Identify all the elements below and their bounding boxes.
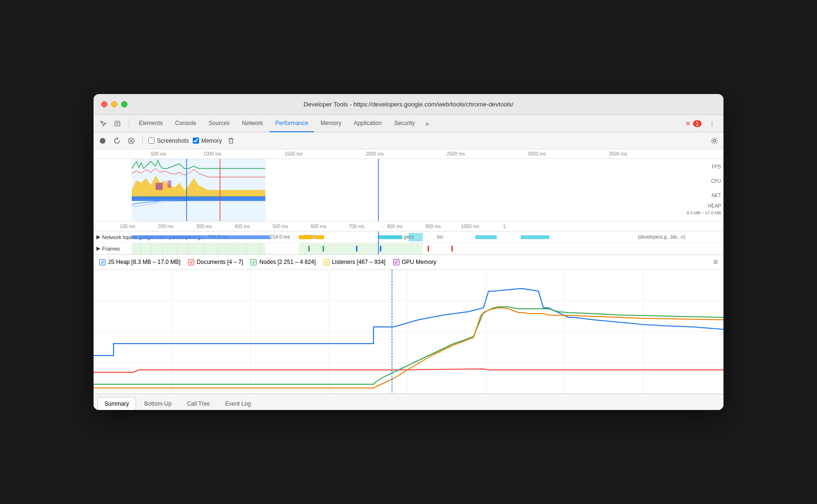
svg-text:500 ms: 500 ms: [272, 224, 288, 229]
record-button[interactable]: [97, 136, 108, 146]
tab-sources[interactable]: Sources: [203, 115, 235, 132]
svg-rect-6: [156, 183, 163, 190]
tab-application[interactable]: Application: [348, 115, 388, 132]
maximize-button[interactable]: [121, 101, 127, 107]
svg-rect-47: [380, 246, 381, 252]
delete-recording-button[interactable]: [226, 136, 236, 146]
tab-security[interactable]: Security: [388, 115, 420, 132]
svg-rect-27: [378, 235, 402, 239]
clear-button[interactable]: [126, 136, 136, 146]
tab-summary[interactable]: Summary: [97, 397, 136, 410]
devtools-menu-icon[interactable]: ⋮: [706, 118, 718, 129]
tracks-area: ▶ Network lopers.google.com/ (developers…: [94, 231, 723, 254]
tab-event-log[interactable]: Event Log: [218, 397, 258, 410]
divider1: [142, 136, 143, 146]
svg-text:800 ms: 800 ms: [387, 224, 403, 229]
fps-cpu-chart: FPS CPU NET HEAP 8.3 MB – 17.0 MB: [94, 159, 723, 221]
main-tabs: Elements Console Sources Network Perform…: [94, 115, 723, 132]
svg-rect-46: [356, 246, 357, 252]
memory-input[interactable]: [193, 137, 199, 144]
svg-rect-25: [299, 235, 313, 239]
tab-console[interactable]: Console: [169, 115, 202, 132]
legend-listeners: ✓ Listeners [467 – 934]: [324, 259, 386, 265]
jsheap-label: JS Heap [8.3 MB – 17.0 MB]: [108, 259, 180, 265]
svg-rect-48: [428, 246, 429, 252]
memory-checkbox[interactable]: Memory: [193, 137, 222, 144]
tab-call-tree[interactable]: Call Tree: [180, 397, 217, 410]
tab-performance[interactable]: Performance: [270, 115, 314, 132]
nodes-check[interactable]: ✓: [251, 259, 257, 265]
jsheap-check[interactable]: ✓: [99, 259, 105, 265]
legend-documents: ✓ Documents [4 – 7]: [188, 259, 243, 265]
more-tabs-icon[interactable]: »: [421, 120, 433, 127]
legend-jsheap: ✓ JS Heap [8.3 MB – 17.0 MB]: [99, 259, 180, 265]
listeners-check[interactable]: ✓: [324, 259, 330, 265]
screenshots-checkbox[interactable]: Screenshots: [148, 137, 189, 144]
titlebar: Developer Tools - https://developers.goo…: [94, 94, 723, 115]
legend-menu-icon[interactable]: ≡: [713, 258, 718, 266]
svg-rect-24: [132, 235, 270, 239]
settings-button[interactable]: [709, 136, 720, 146]
minimize-button[interactable]: [111, 101, 117, 107]
tab-memory[interactable]: Memory: [315, 115, 347, 132]
svg-text:1.: 1.: [503, 224, 507, 229]
screenshots-input[interactable]: [148, 137, 155, 144]
frames-bars: [94, 243, 723, 254]
svg-text:600 ms: 600 ms: [311, 224, 326, 229]
svg-text:300 ms: 300 ms: [196, 224, 212, 229]
error-count: 1: [693, 120, 702, 127]
net-label: NET: [687, 189, 721, 203]
svg-text:1000 ms: 1000 ms: [461, 224, 479, 229]
ruler-label-1000: 1000 ms: [203, 151, 221, 157]
ruler-label-2000: 2000 ms: [366, 151, 384, 157]
devtools-panel: Elements Console Sources Network Perform…: [94, 115, 723, 410]
ruler-label-3500: 3500 ms: [609, 151, 627, 157]
ruler-label-500: 500 ms: [151, 151, 167, 157]
close-button[interactable]: [101, 101, 107, 107]
svg-text:100 ms: 100 ms: [120, 224, 136, 229]
performance-toolbar: Screenshots Memory: [94, 132, 723, 149]
memory-legend: ✓ JS Heap [8.3 MB – 17.0 MB] ✓ Documents…: [94, 255, 723, 270]
svg-text:900 ms: 900 ms: [425, 224, 441, 229]
tab-network[interactable]: Network: [236, 115, 269, 132]
listeners-label: Listeners [467 – 934]: [332, 259, 386, 265]
tab-elements[interactable]: Elements: [133, 115, 168, 132]
network-track: ▶ Network lopers.google.com/ (developers…: [94, 231, 723, 243]
svg-rect-49: [451, 246, 453, 252]
svg-text:400 ms: 400 ms: [234, 224, 250, 229]
window-title: Developer Tools - https://developers.goo…: [304, 101, 513, 108]
frames-track: ▶ Frames: [94, 243, 723, 254]
svg-point-1: [100, 138, 105, 144]
svg-rect-32: [132, 243, 265, 254]
gpumemory-check[interactable]: ✓: [393, 259, 399, 265]
ruler-label-2500: 2500 ms: [447, 151, 465, 157]
svg-rect-26: [315, 235, 324, 239]
devtools-window: Developer Tools - https://developers.goo…: [94, 94, 723, 410]
timeline-overview: 500 ms 1000 ms 1500 ms 2000 ms 2500 ms 3…: [94, 149, 723, 255]
error-indicator: ✕ 1: [685, 120, 702, 127]
cursor-icon[interactable]: [97, 118, 109, 129]
inspect-icon[interactable]: [112, 118, 123, 129]
svg-rect-28: [408, 233, 423, 242]
svg-rect-30: [521, 235, 549, 239]
ruler-label-1500: 1500 ms: [284, 151, 303, 157]
heap-label: HEAP 8.3 MB – 17.0 MB: [687, 203, 721, 216]
tab-bottom-up[interactable]: Bottom-Up: [137, 397, 178, 410]
fps-label: FPS: [687, 160, 721, 174]
documents-check[interactable]: ✓: [188, 259, 194, 265]
ruler-label-3000: 3000 ms: [528, 151, 546, 157]
svg-point-3: [713, 139, 716, 142]
svg-rect-33: [299, 243, 423, 254]
svg-text:700 ms: 700 ms: [349, 224, 365, 229]
refresh-button[interactable]: [112, 136, 122, 146]
legend-nodes: ✓ Nodes [2 251 – 4 824]: [251, 259, 315, 265]
gpumemory-label: GPU Memory: [402, 259, 437, 265]
legend-gpumemory: ✓ GPU Memory: [393, 259, 437, 265]
svg-rect-29: [475, 235, 497, 239]
bottom-tabs-bar: Summary Bottom-Up Call Tree Event Log: [94, 394, 723, 410]
svg-rect-7: [168, 180, 171, 188]
cpu-label: CPU: [687, 174, 721, 189]
network-bars: [94, 231, 723, 243]
documents-label: Documents [4 – 7]: [197, 259, 243, 265]
svg-text:200 ms: 200 ms: [158, 224, 174, 229]
